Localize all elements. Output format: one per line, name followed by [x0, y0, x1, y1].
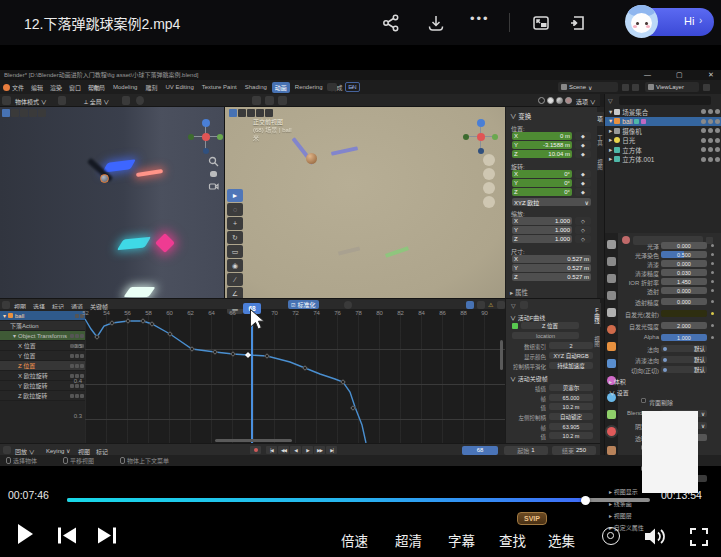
gizmo-z-neg-axis[interactable] — [203, 148, 209, 154]
active-fcurve-section[interactable]: ∨ 活动F曲线 — [510, 313, 545, 322]
select-box-tool[interactable]: ► — [227, 189, 243, 202]
keyframe-dot[interactable] — [125, 318, 131, 324]
scale-z-field[interactable]: Z1.000 — [512, 235, 572, 243]
keyframe-dot[interactable] — [302, 365, 308, 371]
v-scrollbar[interactable] — [500, 340, 503, 370]
texture-tab-icon[interactable] — [607, 446, 616, 455]
keyframe-dot[interactable] — [189, 346, 195, 352]
transport-button[interactable]: ◀◀ — [278, 446, 289, 454]
material-tab-icon-active[interactable] — [607, 427, 616, 436]
ball-object[interactable] — [306, 153, 317, 164]
tab-tool[interactable]: 工具 — [597, 130, 604, 150]
filter-icon[interactable]: ▽ — [511, 302, 516, 309]
rotate-tool[interactable]: ↻ — [227, 231, 243, 244]
pip-icon[interactable] — [532, 14, 550, 32]
gizmo-x-axis[interactable] — [202, 133, 210, 141]
channel-color-chip[interactable] — [512, 323, 518, 329]
workspace-tab[interactable]: 动画 — [272, 82, 290, 93]
keyframe-toggle-icon[interactable]: ◇ — [575, 235, 591, 243]
prev-episode-button[interactable] — [56, 526, 78, 545]
tab-item[interactable]: 项 — [597, 112, 604, 126]
viewlayer-section[interactable]: ▸ 视图层 — [609, 511, 632, 520]
keying-menu[interactable]: Keying ∨ — [46, 447, 70, 454]
play-button[interactable] — [18, 524, 33, 544]
backface-culling-checkbox[interactable] — [641, 398, 646, 403]
gizmo-x-axis[interactable] — [477, 133, 485, 141]
navigation-gizmo[interactable] — [188, 119, 224, 155]
gizmo-z-axis[interactable] — [477, 119, 485, 127]
maximize-icon[interactable]: ▢ — [676, 71, 683, 79]
modifier-tab-icon[interactable] — [607, 359, 616, 368]
workspace-tab[interactable]: Shading — [242, 83, 270, 91]
viewlayer-selector[interactable]: ViewLayer — [645, 82, 699, 92]
proportional-edit-icon[interactable] — [136, 96, 144, 105]
refresh-icon[interactable] — [344, 301, 352, 309]
array-index-field[interactable]: 2 — [549, 342, 593, 349]
annotate-tool[interactable]: ∕ — [227, 273, 243, 286]
viewlayer-tab-icon[interactable] — [607, 291, 616, 300]
location-z-field[interactable]: Z10.04 m — [512, 150, 572, 158]
new-scene-icon[interactable] — [632, 84, 639, 91]
workspace-tab[interactable]: UV Editing — [162, 83, 196, 91]
shading-mode-buttons[interactable] — [538, 97, 574, 105]
key-frame-field[interactable]: 65.000 — [549, 394, 593, 401]
normal-input[interactable]: 默认 — [661, 345, 707, 352]
plane-green[interactable] — [385, 246, 409, 258]
scene-selector[interactable]: Scene∨ — [558, 82, 618, 92]
editor-type-icon[interactable] — [2, 301, 10, 309]
keyframe-dot[interactable] — [140, 318, 146, 324]
keyframe-toggle-icon[interactable]: ◆ — [575, 170, 591, 178]
ball-object-selected[interactable] — [100, 174, 109, 183]
h-scrollbar[interactable] — [215, 439, 292, 442]
transform-section[interactable]: ∨ 变换 — [510, 111, 531, 121]
rotation-z-field[interactable]: Z0° — [512, 188, 572, 196]
settings-section[interactable]: ∨ 设置 — [609, 388, 629, 397]
gizmo-y-neg-axis[interactable] — [188, 134, 194, 140]
menu-item[interactable]: 文件 — [12, 83, 24, 92]
mode-selector[interactable]: 物体模式 ∨ — [15, 97, 47, 106]
normalize-toggle[interactable]: ☑标准化 — [288, 300, 319, 309]
search-in-video-button[interactable]: 查找 — [499, 530, 526, 550]
editor-type-icon[interactable] — [2, 96, 11, 105]
keyframe-toggle-icon[interactable]: ◇ — [575, 226, 591, 234]
dim-z-field[interactable]: Z0.527 m — [512, 273, 591, 281]
menu-item[interactable]: 渲染 — [50, 83, 62, 92]
account-pill[interactable]: Hi › — [627, 8, 714, 36]
keyframe-dot[interactable] — [149, 321, 155, 327]
viewport-mode-strip[interactable] — [2, 109, 46, 117]
frame-start-field[interactable]: 起始1 — [504, 446, 548, 455]
mini-player-icon[interactable] — [569, 14, 587, 32]
rotation-x-field[interactable]: X0° — [512, 170, 572, 178]
transport-button[interactable]: ◀ — [290, 446, 301, 454]
ior-field[interactable]: 1.450 — [661, 278, 707, 285]
volume-icon[interactable] — [643, 526, 666, 547]
snap-magnet-icon[interactable] — [122, 96, 130, 105]
gizmo-z-axis[interactable] — [202, 119, 210, 127]
handle-frame-field[interactable]: 63.905 — [549, 423, 593, 430]
scale-y-field[interactable]: Y1.000 — [512, 226, 572, 234]
scale-tool[interactable]: ▭ — [227, 245, 243, 258]
workspace-tab[interactable]: 雕刻 — [142, 82, 160, 93]
menu-item[interactable]: 窗口 — [69, 83, 81, 92]
speed-button[interactable]: 倍速 — [341, 530, 368, 550]
keyframe-dot[interactable] — [245, 352, 251, 358]
download-icon[interactable] — [427, 14, 445, 32]
handle-value-field[interactable]: 10.2 m — [549, 432, 593, 439]
channel-name-field[interactable]: Z 位置 — [521, 322, 579, 329]
graph-curve-canvas[interactable] — [85, 310, 505, 443]
location-y-field[interactable]: Y-3.1588 m — [512, 141, 572, 149]
rotation-mode-dropdown[interactable]: XYZ 欧拉∨ — [512, 198, 591, 206]
world-tab-icon[interactable] — [607, 325, 616, 334]
frame-end-field[interactable]: 结束250 — [552, 446, 596, 455]
keyframe-dot[interactable] — [350, 405, 356, 411]
active-keyframe-section[interactable]: ∨ 活动关键帧 — [510, 374, 548, 383]
tab-view[interactable]: 视图 — [594, 333, 601, 349]
scene-tab-icon[interactable] — [607, 308, 616, 317]
volume-section[interactable]: ▸ 体积 — [609, 377, 626, 386]
pan-hand-icon[interactable] — [208, 168, 219, 179]
clearcoat-field[interactable]: 0.000 — [661, 260, 707, 267]
camera-view-icon[interactable] — [208, 181, 219, 192]
zoom-icon[interactable] — [208, 156, 219, 167]
viewport-rendered[interactable] — [0, 107, 224, 298]
avatar[interactable] — [625, 5, 658, 38]
